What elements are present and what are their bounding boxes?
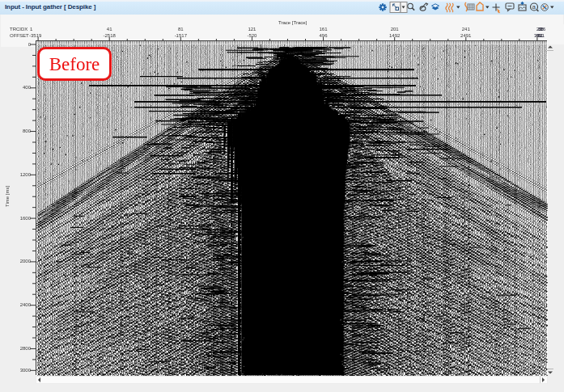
svg-text:a: a (532, 3, 536, 11)
